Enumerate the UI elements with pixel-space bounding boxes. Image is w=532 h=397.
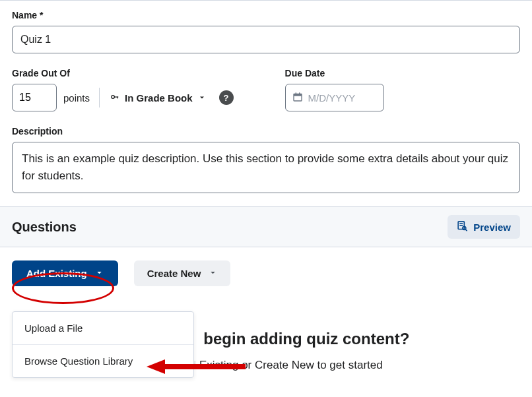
gradebook-label: In Grade Book	[125, 92, 193, 104]
due-date-placeholder: M/D/YYYY	[308, 92, 356, 104]
preview-label: Preview	[473, 222, 511, 233]
grade-label: Grade Out Of	[12, 68, 234, 78]
grade-input[interactable]	[12, 84, 57, 111]
chevron-down-icon	[95, 268, 104, 279]
create-new-label: Create New	[147, 268, 201, 279]
menu-item-upload-file[interactable]: Upload a File	[13, 312, 193, 345]
svg-line-11	[466, 229, 467, 231]
due-date-label: Due Date	[285, 68, 384, 78]
points-text: points	[63, 92, 90, 104]
in-grade-book-dropdown[interactable]: In Grade Book	[109, 90, 207, 106]
preview-button[interactable]: Preview	[448, 215, 520, 239]
due-date-input[interactable]: M/D/YYYY	[285, 84, 384, 111]
svg-rect-4	[294, 94, 302, 96]
svg-point-0	[112, 95, 115, 98]
preview-icon	[457, 220, 468, 233]
name-label: Name *	[12, 10, 520, 20]
description-label: Description	[12, 126, 520, 137]
divider	[99, 88, 100, 107]
create-new-button[interactable]: Create New	[134, 260, 231, 286]
help-icon[interactable]: ?	[219, 90, 234, 105]
svg-rect-5	[295, 92, 296, 94]
svg-rect-2	[117, 96, 118, 98]
name-input[interactable]	[12, 26, 520, 53]
chevron-down-icon	[198, 92, 206, 104]
add-existing-menu: Upload a File Browse Question Library	[12, 311, 194, 378]
questions-heading: Questions	[12, 220, 77, 235]
chevron-down-icon	[209, 268, 217, 279]
menu-item-browse-question-library[interactable]: Browse Question Library	[13, 345, 193, 377]
add-existing-label: Add Existing	[26, 268, 87, 279]
calendar-icon	[292, 92, 303, 104]
key-icon	[110, 92, 119, 104]
add-existing-button[interactable]: Add Existing	[12, 260, 118, 286]
description-input[interactable]: This is an example quiz description. Use…	[12, 142, 520, 193]
svg-rect-6	[299, 92, 300, 94]
